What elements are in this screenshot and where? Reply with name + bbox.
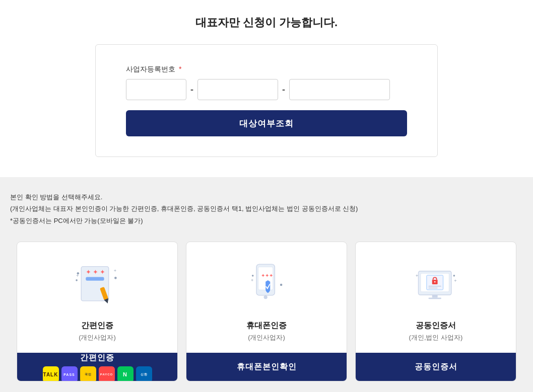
business-number-input-3[interactable]: [289, 79, 390, 100]
required-indicator: *: [179, 65, 181, 73]
search-button[interactable]: 대상여부조회: [126, 110, 407, 136]
payco-icon: PAYCO: [99, 366, 115, 381]
svg-point-18: [280, 284, 283, 286]
cert-auth-subtitle: (개인,법인 사업자): [409, 333, 463, 342]
svg-text:✦: ✦: [100, 268, 105, 276]
svg-text:+: +: [114, 269, 116, 274]
top-section: 대표자만 신청이 가능합니다. 사업자등록번호 * - - 대상여부조회: [0, 0, 533, 177]
pass-icons-row: TALK PASS 국민 PAYCO N 신한: [17, 366, 177, 381]
card-upper-simple: ✦ ✦ ✦ + + 간편인증 (개인사업자): [17, 242, 177, 353]
svg-point-8: [76, 279, 78, 281]
svg-text:✦: ✦: [86, 268, 91, 276]
svg-text:✦: ✦: [93, 268, 98, 276]
svg-text:+: +: [416, 273, 418, 278]
pass-icon: PASS: [61, 366, 78, 381]
mobile-auth-title: 휴대폰인증: [246, 321, 287, 331]
instruction-line2: (개인사업체는 대표자 본인인증이 가능한 간편인증, 휴대폰인증, 공동인증서…: [10, 203, 523, 214]
simple-auth-card: ✦ ✦ ✦ + + 간편인증 (개인사업자): [17, 242, 178, 381]
simple-auth-button-label: 간편인증: [80, 353, 114, 362]
mobile-auth-icon: ✦✦✦ +: [234, 257, 299, 312]
mobile-auth-subtitle: (개인사업자): [248, 333, 285, 342]
cert-auth-button-label: 공동인증서: [415, 362, 457, 371]
cert-auth-title: 공동인증서: [416, 321, 456, 331]
mobile-auth-button[interactable]: 휴대폰본인확인: [186, 353, 347, 381]
svg-text:✦✦✦: ✦✦✦: [261, 273, 273, 278]
simple-auth-icon: ✦ ✦ ✦ + +: [64, 257, 130, 312]
page-title: 대표자만 신청이 가능합니다.: [195, 15, 338, 30]
svg-rect-1: [86, 277, 104, 281]
kb-icon: 국민: [80, 366, 96, 381]
simple-auth-button[interactable]: 간편인증 TALK PASS 국민 PAYCO N 신한: [17, 353, 177, 381]
svg-text:+: +: [251, 278, 253, 283]
svg-text:+: +: [76, 273, 79, 278]
svg-point-9: [114, 277, 117, 279]
svg-point-29: [453, 275, 455, 277]
svg-point-15: [264, 295, 268, 299]
svg-point-16: [252, 275, 254, 277]
auth-cards-section: ✦ ✦ ✦ + + 간편인증 (개인사업자): [0, 237, 533, 392]
instruction-section: 본인 확인 방법을 선택해주세요. (개인사업체는 대표자 본인인증이 가능한 …: [0, 177, 533, 237]
kakao-icon: TALK: [43, 366, 59, 381]
business-number-form: 사업자등록번호 * - - 대상여부조회: [95, 44, 438, 157]
business-number-row: - -: [126, 79, 407, 100]
instruction-line1: 본인 확인 방법을 선택해주세요.: [10, 191, 523, 203]
page-wrapper: 대표자만 신청이 가능합니다. 사업자등록번호 * - - 대상여부조회 본인 …: [0, 0, 533, 392]
naver-icon: N: [117, 366, 134, 381]
cert-auth-card: + + 공동인증서 (개인,법인 사업자) 공동인증서: [355, 242, 516, 381]
svg-rect-24: [428, 286, 441, 287]
mobile-auth-card: ✦✦✦ + 휴대폰인증 (개인사업자): [186, 242, 347, 381]
simple-auth-subtitle: (개인사업자): [79, 333, 116, 342]
instruction-line3: *공동인증서는 PC에서만 가능(모바일은 불가): [10, 215, 523, 226]
business-number-input-2[interactable]: [197, 79, 278, 100]
svg-rect-26: [432, 295, 438, 297]
shinhan-icon: 신한: [136, 366, 152, 381]
mobile-auth-button-label: 휴대폰본인확인: [237, 362, 297, 371]
field-label: 사업자등록번호 *: [126, 65, 407, 74]
svg-rect-25: [428, 288, 437, 289]
svg-point-23: [434, 281, 436, 283]
separator-1: -: [190, 85, 193, 95]
svg-text:+: +: [454, 279, 456, 284]
simple-auth-title: 간편인증: [81, 321, 113, 331]
card-upper-mobile: ✦✦✦ + 휴대폰인증 (개인사업자): [186, 242, 347, 353]
cert-auth-icon: + +: [403, 257, 469, 312]
separator-2: -: [282, 85, 285, 95]
business-number-input-1[interactable]: [126, 79, 186, 100]
card-upper-cert: + + 공동인증서 (개인,법인 사업자): [356, 242, 516, 353]
cert-auth-button[interactable]: 공동인증서: [356, 353, 516, 381]
svg-rect-27: [428, 298, 441, 299]
